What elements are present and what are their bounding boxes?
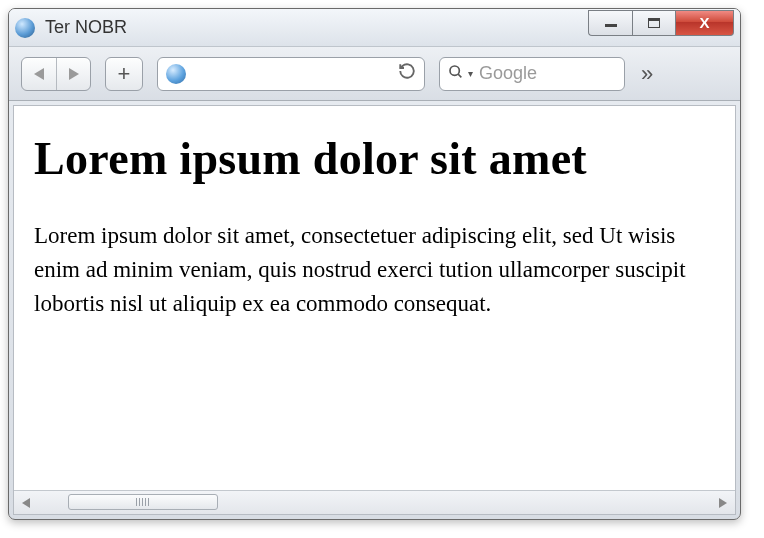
window-title: Ter NOBR [45, 17, 588, 38]
minimize-button[interactable] [588, 10, 632, 36]
search-bar[interactable]: ▾ [439, 57, 625, 91]
viewport: Lorem ipsum dolor sit amet Lorem ipsum d… [13, 105, 736, 515]
close-button[interactable]: X [676, 10, 734, 36]
chevron-right-icon: » [641, 61, 653, 86]
scrollbar-track[interactable] [38, 491, 711, 514]
svg-marker-0 [34, 68, 44, 80]
horizontal-scrollbar[interactable] [14, 490, 735, 514]
triangle-right-icon [69, 68, 79, 80]
search-engine-dropdown-icon[interactable]: ▾ [468, 68, 473, 79]
svg-point-2 [450, 66, 459, 75]
forward-button[interactable] [56, 58, 90, 90]
svg-line-3 [458, 74, 461, 77]
scroll-right-button[interactable] [711, 491, 735, 514]
page-body-text: Lorem ipsum dolor sit amet, consectetuer… [34, 219, 719, 321]
scroll-left-button[interactable] [14, 491, 38, 514]
scrollbar-thumb[interactable] [68, 494, 218, 510]
nav-button-group [21, 57, 91, 91]
search-input[interactable] [479, 63, 616, 84]
app-icon [15, 18, 35, 38]
page-heading: Lorem ipsum dolor sit amet [34, 132, 719, 185]
toolbar: + ▾ » [9, 47, 740, 101]
scrollbar-grip-icon [136, 498, 150, 506]
globe-icon [166, 64, 186, 84]
overflow-button[interactable]: » [641, 61, 653, 87]
triangle-left-icon [22, 498, 30, 508]
titlebar[interactable]: Ter NOBR X [9, 9, 740, 47]
window-controls: X [588, 10, 734, 36]
maximize-button[interactable] [632, 10, 676, 36]
page-content: Lorem ipsum dolor sit amet Lorem ipsum d… [14, 106, 735, 490]
triangle-left-icon [34, 68, 44, 80]
svg-marker-4 [22, 498, 30, 508]
search-icon [448, 64, 464, 84]
svg-marker-1 [69, 68, 79, 80]
svg-marker-5 [719, 498, 727, 508]
address-bar[interactable] [157, 57, 425, 91]
reload-icon [398, 62, 416, 80]
back-button[interactable] [22, 58, 56, 90]
new-tab-button[interactable]: + [105, 57, 143, 91]
browser-window: Ter NOBR X + [8, 8, 741, 520]
triangle-right-icon [719, 498, 727, 508]
plus-icon: + [118, 61, 131, 87]
reload-button[interactable] [398, 62, 416, 85]
